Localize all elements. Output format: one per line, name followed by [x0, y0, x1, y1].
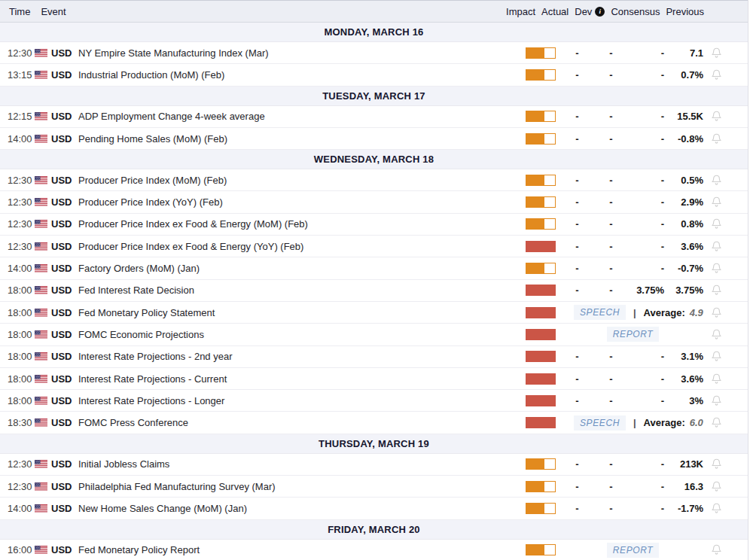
event-name[interactable]: NY Empire State Manufacturing Index (Mar… — [78, 47, 524, 59]
event-row[interactable]: 12:30USDProducer Price Index ex Food & E… — [0, 236, 748, 257]
consensus-value: - — [628, 133, 668, 145]
alert-bell-icon[interactable] — [706, 416, 748, 429]
alert-bell-icon[interactable] — [706, 196, 748, 208]
alert-bell-icon[interactable] — [706, 284, 748, 297]
event-name[interactable]: New Home Sales Change (MoM) (Jan) — [78, 503, 524, 514]
event-currency: USD — [35, 69, 78, 81]
event-name[interactable]: Interest Rate Projections - Longer — [78, 395, 524, 406]
event-name[interactable]: Pending Home Sales (MoM) (Feb) — [78, 133, 524, 145]
alert-bell-icon[interactable] — [706, 350, 748, 363]
event-row[interactable]: 18:00USDInterest Rate Projections - Curr… — [0, 368, 748, 390]
event-row[interactable]: 14:00USDFactory Orders (MoM) (Jan)----0.… — [0, 257, 748, 279]
event-time: 12:15 — [0, 111, 35, 122]
event-row[interactable]: 18:00USDInterest Rate Projections - Long… — [0, 390, 748, 412]
event-row[interactable]: 12:30USDPhiladelphia Fed Manufacturing S… — [0, 476, 748, 498]
alert-bell-icon[interactable] — [706, 328, 748, 341]
event-name[interactable]: Initial Jobless Claims — [78, 458, 524, 470]
alert-bell-icon[interactable] — [706, 502, 748, 515]
actual-value: - — [560, 503, 594, 514]
impact-indicator-medium — [524, 263, 560, 274]
alert-bell-icon[interactable] — [706, 240, 748, 253]
impact-bar — [526, 351, 556, 362]
previous-value: 213K — [668, 458, 706, 470]
currency-label: USD — [51, 307, 72, 318]
alert-bell-icon[interactable] — [706, 218, 748, 230]
event-name[interactable]: Factory Orders (MoM) (Jan) — [78, 263, 524, 274]
event-name[interactable]: Industrial Production (MoM) (Feb) — [78, 69, 524, 81]
event-name[interactable]: Producer Price Index (MoM) (Feb) — [78, 175, 524, 186]
consensus-value: - — [628, 218, 668, 230]
event-name[interactable]: Interest Rate Projections - 2nd year — [78, 351, 524, 362]
impact-bar — [526, 373, 556, 385]
event-row[interactable]: 12:30USDNY Empire State Manufacturing In… — [0, 42, 748, 64]
dev-info-icon[interactable]: i — [595, 7, 605, 17]
event-name[interactable]: FOMC Economic Projections — [78, 329, 524, 340]
column-header-impact: Impact — [506, 6, 535, 17]
event-name[interactable]: Philadelphia Fed Manufacturing Survey (M… — [78, 481, 524, 492]
event-name[interactable]: ADP Employment Change 4-week average — [78, 111, 524, 122]
event-row[interactable]: 12:30USDInitial Jobless Claims---213K — [0, 454, 748, 476]
us-flag-icon — [35, 135, 47, 143]
event-row[interactable]: 18:00USDFed Interest Rate Decision--3.75… — [0, 280, 748, 302]
alert-bell-icon[interactable] — [706, 458, 748, 470]
event-name[interactable]: FOMC Press Conference — [78, 417, 524, 428]
report-badge[interactable]: REPORT — [607, 327, 659, 342]
event-row[interactable]: 12:30USDProducer Price Index (YoY) (Feb)… — [0, 191, 748, 213]
consensus-value: - — [628, 481, 668, 492]
actual-value: - — [560, 111, 594, 122]
alert-bell-icon[interactable] — [706, 373, 748, 385]
report-badge[interactable]: REPORT — [607, 543, 659, 558]
event-name[interactable]: Fed Monetary Policy Report — [78, 544, 524, 555]
event-row[interactable]: 12:15USDADP Employment Change 4-week ave… — [0, 106, 748, 128]
speech-badge[interactable]: SPEECH — [574, 415, 626, 431]
event-row[interactable]: 18:00USDFed Monetary Policy StatementSPE… — [0, 302, 748, 324]
event-row[interactable]: 13:15USDIndustrial Production (MoM) (Feb… — [0, 64, 748, 86]
event-time: 12:30 — [0, 175, 35, 186]
impact-bar — [526, 458, 556, 470]
currency-label: USD — [51, 133, 72, 145]
alert-bell-icon[interactable] — [706, 480, 748, 493]
consensus-value: - — [628, 395, 668, 406]
currency-label: USD — [51, 503, 72, 514]
alert-bell-icon[interactable] — [706, 394, 748, 407]
alert-bell-icon[interactable] — [706, 262, 748, 275]
alert-bell-icon[interactable] — [706, 47, 748, 59]
event-row[interactable]: 16:00USDFed Monetary Policy ReportREPORT — [0, 540, 748, 560]
currency-label: USD — [51, 241, 72, 252]
impact-indicator-medium — [524, 133, 560, 145]
impact-indicator-medium — [524, 218, 560, 230]
us-flag-icon — [35, 176, 47, 184]
us-flag-icon — [35, 264, 47, 272]
event-row[interactable]: 18:30USDFOMC Press ConferenceSPEECH|Aver… — [0, 412, 748, 434]
alert-bell-icon[interactable] — [706, 110, 748, 123]
alert-bell-icon[interactable] — [706, 68, 748, 81]
day-header-row: THURSDAY, MARCH 19 — [0, 434, 748, 454]
speech-badge[interactable]: SPEECH — [574, 305, 626, 320]
event-time: 18:00 — [0, 329, 35, 340]
currency-label: USD — [51, 351, 72, 362]
event-name[interactable]: Producer Price Index (YoY) (Feb) — [78, 196, 524, 208]
event-currency: USD — [35, 111, 78, 122]
event-name[interactable]: Producer Price Index ex Food & Energy (M… — [78, 218, 524, 230]
event-currency: USD — [35, 47, 78, 59]
event-row[interactable]: 18:00USDFOMC Economic ProjectionsREPORT — [0, 324, 748, 345]
alert-bell-icon[interactable] — [706, 306, 748, 319]
impact-bar — [526, 218, 556, 230]
day-header-label: THURSDAY, MARCH 19 — [319, 438, 429, 449]
event-name[interactable]: Fed Interest Rate Decision — [78, 285, 524, 296]
event-name[interactable]: Producer Price Index ex Food & Energy (Y… — [78, 241, 524, 252]
event-row[interactable]: 14:00USDPending Home Sales (MoM) (Feb)--… — [0, 128, 748, 150]
alert-bell-icon[interactable] — [706, 174, 748, 187]
event-name[interactable]: Interest Rate Projections - Current — [78, 373, 524, 385]
event-row[interactable]: 12:30USDProducer Price Index (MoM) (Feb)… — [0, 169, 748, 191]
consensus-value: - — [628, 111, 668, 122]
event-name[interactable]: Fed Monetary Policy Statement — [78, 307, 524, 318]
currency-label: USD — [51, 47, 72, 59]
impact-bar — [526, 241, 556, 252]
event-row[interactable]: 14:00USDNew Home Sales Change (MoM) (Jan… — [0, 498, 748, 519]
event-row[interactable]: 12:30USDProducer Price Index ex Food & E… — [0, 214, 748, 236]
alert-bell-icon[interactable] — [706, 132, 748, 145]
impact-indicator-high — [524, 329, 560, 340]
event-row[interactable]: 18:00USDInterest Rate Projections - 2nd … — [0, 346, 748, 368]
alert-bell-icon[interactable] — [706, 543, 748, 556]
